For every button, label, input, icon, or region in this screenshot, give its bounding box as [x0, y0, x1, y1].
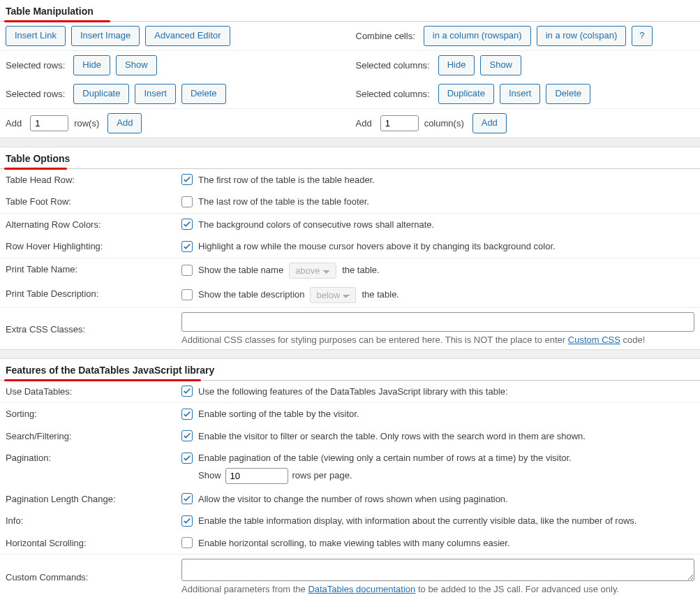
- custom-commands-input[interactable]: [181, 559, 694, 581]
- alt-colors-checkbox[interactable]: [181, 219, 193, 230]
- insert-rows-button[interactable]: Insert: [135, 84, 176, 104]
- selected-rows-label-2: Selected rows:: [6, 89, 65, 99]
- hscroll-checkbox[interactable]: [181, 537, 193, 548]
- add-rows-button[interactable]: Add: [107, 113, 142, 133]
- table-foot-row-label: Table Foot Row:: [6, 195, 181, 207]
- help-button[interactable]: ?: [632, 26, 652, 46]
- sorting-label: Sorting:: [6, 407, 181, 419]
- table-foot-row-checkbox[interactable]: [181, 196, 193, 207]
- rows-per-page-suffix: rows per page.: [292, 469, 352, 483]
- extra-css-input[interactable]: [181, 312, 694, 332]
- plc-label: Pagination Length Change:: [6, 492, 181, 504]
- insert-cols-button[interactable]: Insert: [500, 84, 541, 104]
- print-desc-checkbox[interactable]: [181, 289, 193, 300]
- hscroll-desc: Enable horizontal scrolling, to make vie…: [198, 536, 510, 550]
- search-checkbox[interactable]: [181, 430, 193, 441]
- extra-css-help: Additional CSS classes for styling purpo…: [181, 335, 694, 345]
- print-name-checkbox[interactable]: [181, 265, 193, 276]
- section-title: Table Manipulation: [6, 6, 94, 17]
- print-name-select[interactable]: above: [289, 263, 336, 279]
- hscroll-label: Horizontal Scrolling:: [6, 536, 181, 548]
- selected-rows-label: Selected rows:: [6, 60, 65, 71]
- use-dt-checkbox[interactable]: [181, 386, 193, 397]
- add-cols-input[interactable]: [380, 115, 419, 131]
- info-checkbox[interactable]: [181, 515, 193, 527]
- selected-columns-label: Selected columns:: [356, 60, 430, 71]
- rows-suffix: row(s): [74, 118, 99, 129]
- custom-commands-label: Custom Commands:: [6, 571, 181, 582]
- custom-css-link[interactable]: Custom CSS: [568, 335, 620, 345]
- section-table-manipulation-header: Table Manipulation: [0, 0, 700, 22]
- use-dt-desc: Use the following features of the DataTa…: [198, 385, 508, 399]
- combine-cells-label: Combine cells:: [356, 31, 415, 41]
- sorting-checkbox[interactable]: [181, 409, 193, 420]
- pagination-desc: Enable pagination of the table (viewing …: [198, 451, 572, 465]
- info-label: Info:: [6, 514, 181, 526]
- info-desc: Enable the table information display, wi…: [198, 514, 636, 528]
- add-cols-button[interactable]: Add: [472, 113, 507, 133]
- hide-cols-button[interactable]: Hide: [438, 55, 475, 75]
- datatables-doc-link[interactable]: DataTables documentation: [308, 584, 415, 594]
- cols-suffix: column(s): [424, 118, 464, 129]
- search-label: Search/Filtering:: [6, 430, 181, 441]
- insert-link-button[interactable]: Insert Link: [6, 26, 66, 46]
- add-cols-label: Add: [356, 118, 372, 129]
- print-desc-select[interactable]: below: [310, 287, 356, 303]
- add-rows-input[interactable]: [30, 115, 68, 131]
- sorting-desc: Enable sorting of the table by the visit…: [198, 407, 359, 421]
- section-title: Features of the DataTables JavaScript li…: [6, 365, 214, 376]
- use-dt-label: Use DataTables:: [6, 385, 181, 397]
- print-name-label: Print Table Name:: [6, 263, 181, 274]
- combine-row-button[interactable]: in a row (colspan): [537, 26, 627, 46]
- combine-column-button[interactable]: in a column (rowspan): [424, 26, 531, 46]
- duplicate-cols-button[interactable]: Duplicate: [438, 84, 494, 104]
- advanced-editor-button[interactable]: Advanced Editor: [145, 26, 230, 46]
- add-rows-label: Add: [6, 118, 22, 129]
- hover-desc: Highlight a row while the mouse cursor h…: [198, 240, 556, 254]
- extra-css-label: Extra CSS Classes:: [6, 323, 181, 335]
- pagination-checkbox[interactable]: [181, 453, 193, 464]
- rows-per-page-input[interactable]: [225, 468, 288, 484]
- table-head-row-label: Table Head Row:: [6, 173, 181, 185]
- hide-rows-button[interactable]: Hide: [73, 55, 110, 75]
- show-rows-button[interactable]: Show: [116, 55, 157, 75]
- print-desc-desc2: the table.: [362, 288, 399, 302]
- section-title: Table Options: [6, 153, 70, 164]
- insert-image-button[interactable]: Insert Image: [71, 26, 140, 46]
- table-foot-row-desc: The last row of the table is the table f…: [198, 195, 369, 209]
- custom-commands-help: Additional parameters from the DataTable…: [181, 584, 694, 594]
- hover-label: Row Hover Highlighting:: [6, 240, 181, 251]
- print-name-desc1: Show the table name: [198, 263, 283, 277]
- show-cols-button[interactable]: Show: [480, 55, 521, 75]
- duplicate-rows-button[interactable]: Duplicate: [73, 84, 129, 104]
- alt-colors-desc: The background colors of consecutive row…: [198, 218, 434, 232]
- print-name-desc2: the table.: [342, 263, 380, 277]
- table-head-row-desc: The first row of the table is the table …: [198, 173, 375, 187]
- hover-checkbox[interactable]: [181, 241, 193, 252]
- table-head-row-checkbox[interactable]: [181, 174, 193, 185]
- search-desc: Enable the visitor to filter or search t…: [198, 430, 586, 443]
- selected-columns-label-2: Selected columns:: [356, 89, 430, 99]
- delete-rows-button[interactable]: Delete: [181, 84, 226, 104]
- plc-checkbox[interactable]: [181, 493, 193, 504]
- pagination-label: Pagination:: [6, 451, 181, 463]
- show-label: Show: [198, 469, 221, 483]
- delete-cols-button[interactable]: Delete: [546, 84, 590, 104]
- alt-colors-label: Alternating Row Colors:: [6, 218, 181, 230]
- plc-desc: Allow the visitor to change the number o…: [198, 492, 508, 506]
- section-table-options-header: Table Options: [0, 147, 700, 169]
- section-datatables-header: Features of the DataTables JavaScript li…: [0, 359, 700, 381]
- print-desc-label: Print Table Description:: [6, 287, 181, 299]
- print-desc-desc1: Show the table description: [198, 288, 304, 302]
